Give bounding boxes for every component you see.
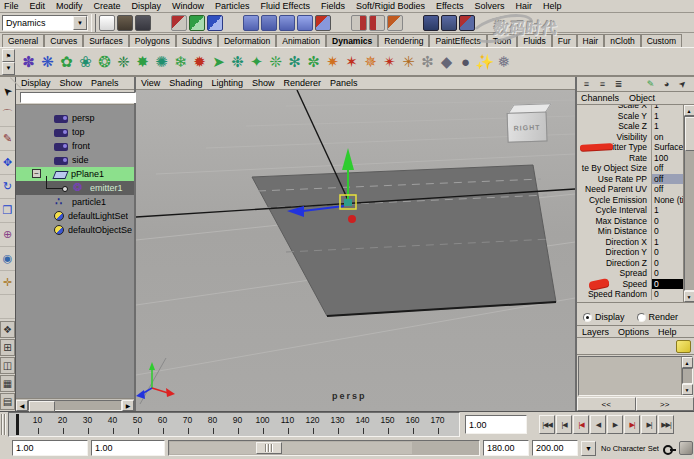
character-set-menu-icon[interactable]: ▼ [581,441,596,456]
manip-mode-icon[interactable]: ➤ [674,75,692,93]
spring-constraint-icon[interactable]: ❇ [418,50,437,74]
shelf-tab[interactable]: Deformation [218,34,276,47]
vortex-field-icon[interactable]: ✦ [247,50,266,74]
shelf-tab[interactable]: Toon [487,34,517,47]
expander-icon[interactable]: − [32,169,41,178]
animation-start-field[interactable]: 1.00 [12,440,88,456]
scroll-up-icon[interactable]: ▲ [682,357,693,368]
new-layer-icon[interactable] [676,340,691,353]
passive-rigid-body-icon[interactable]: ✶ [342,50,361,74]
speed-mode-icon[interactable]: ◕ [660,78,673,90]
outliner-item[interactable]: persp [16,111,134,125]
shelf-tab[interactable]: Animation [276,34,326,47]
drag-field-icon[interactable]: ✺ [152,50,171,74]
menu-item[interactable]: Effects [436,1,463,11]
shelf-tab[interactable]: General [2,34,44,47]
channel-row[interactable]: Need Parent UV off [577,184,683,195]
snap-curve-icon[interactable] [261,15,277,31]
channel-row[interactable]: Speed 0 [577,279,683,290]
shelf-tab[interactable]: Dynamics [326,34,378,47]
layout-four-pane-icon[interactable]: ⊞ [0,339,15,356]
uniform-field-icon[interactable]: ➤ [209,50,228,74]
outliner-item[interactable]: top [16,125,134,139]
viewport-menu-item[interactable]: Shading [169,78,202,88]
volume-axis-field-icon[interactable]: ❊ [266,50,285,74]
soft-mod-tool-icon[interactable]: ◉ [0,247,15,271]
channel-box-menu-item[interactable]: Object [629,93,655,103]
playback-button[interactable]: |◀◀ [539,415,555,434]
scroll-right-icon[interactable]: ▶ [122,400,134,411]
menu-item[interactable]: Particles [215,1,250,11]
menu-item[interactable]: Solvers [474,1,504,11]
outliner-item[interactable]: side [16,153,134,167]
time-slider[interactable]: 1020304050607080901001101201301401501601… [8,412,460,437]
channel-row[interactable]: Speed Random 0 [577,289,683,300]
current-frame-marker[interactable] [16,414,19,435]
menu-item[interactable]: Window [172,1,204,11]
layer-menu-item[interactable]: Layers [582,327,609,337]
expander-icon[interactable] [32,183,41,192]
render-radio[interactable]: Render [637,312,679,322]
channel-value[interactable]: 100 [651,153,683,164]
channel-row[interactable]: Max Distance 0 [577,216,683,227]
nav-prev-button[interactable]: << [577,397,636,411]
lasso-select-tool-icon[interactable]: ⌒ [0,103,15,127]
channel-value[interactable]: on [651,132,683,143]
menu-item[interactable]: Fields [321,1,345,11]
playback-button[interactable]: ▶| [624,415,640,434]
channel-value[interactable]: 1 [651,111,683,122]
nav-next-button[interactable]: >> [636,397,694,411]
channel-value[interactable]: 1 [651,205,683,216]
playback-button[interactable]: ◀ [590,415,606,434]
outliner-item[interactable]: front [16,139,134,153]
shelf-tab[interactable]: PaintEffects [429,34,486,47]
layer-scrollbar[interactable]: ▲ ▼ [681,357,692,395]
particle-tool-icon[interactable]: ✽ [19,50,38,74]
outliner-item[interactable]: emitter1 [16,181,134,195]
channel-row[interactable]: Use Rate PP off [577,174,683,185]
effects-fire-icon[interactable]: ✨ [475,50,494,74]
channel-row[interactable]: Cycle Emission None (timeR [577,195,683,206]
layout-two-pane-icon[interactable]: ◫ [0,357,15,374]
channel-value[interactable]: off [651,163,683,174]
select-object-icon[interactable] [189,15,205,31]
scale-tool-icon[interactable]: ❒ [0,199,15,223]
channel-value[interactable]: off [651,174,683,185]
range-handle[interactable] [256,442,282,454]
expander-icon[interactable] [32,197,41,206]
layout-single-pane-icon[interactable]: ❖ [0,321,15,338]
scroll-up-icon[interactable]: ▲ [684,105,694,116]
scroll-track[interactable] [684,116,694,291]
render-globals-icon[interactable] [459,15,475,31]
channel-value[interactable]: 0 [651,226,683,237]
shelf-tab[interactable]: Surfaces [83,34,129,47]
select-component-icon[interactable] [207,15,223,31]
shelf-tab[interactable]: Fur [552,34,577,47]
menu-item[interactable]: Display [132,1,162,11]
outliner-item[interactable]: defaultLightSet [16,209,134,223]
shelf-tab[interactable]: Subdivs [176,34,218,47]
expander-icon[interactable] [32,211,41,220]
timeline-grip[interactable] [1,414,7,435]
expander-icon[interactable] [32,141,41,150]
shelf-tab[interactable]: Fluids [517,34,552,47]
channel-layout-icon-1[interactable]: ≡ [580,78,593,90]
channel-value[interactable]: 0 [651,216,683,227]
gap[interactable] [628,78,641,90]
channel-layout-icon-3[interactable]: ≣ [612,78,625,90]
input-connections-icon[interactable] [351,15,367,31]
emit-from-object-icon[interactable]: ✿ [57,50,76,74]
expander-icon[interactable] [32,127,41,136]
playback-button[interactable]: |◀ [556,415,572,434]
channel-row[interactable]: Direction Y 0 [577,247,683,258]
channel-row[interactable]: Min Distance 0 [577,226,683,237]
active-rigid-body-icon[interactable]: ✷ [323,50,342,74]
viewport-menu-item[interactable]: Lighting [211,78,243,88]
outliner-menu-item[interactable]: Panels [91,78,119,88]
shelf-tab[interactable]: Hair [577,34,605,47]
paint-values-icon[interactable]: ✎ [644,78,657,90]
display-radio[interactable]: Display [583,312,625,322]
animation-end-field[interactable]: 200.00 [532,440,578,456]
shelf-tab[interactable]: Curves [44,34,83,47]
make-live-icon[interactable] [315,15,331,31]
